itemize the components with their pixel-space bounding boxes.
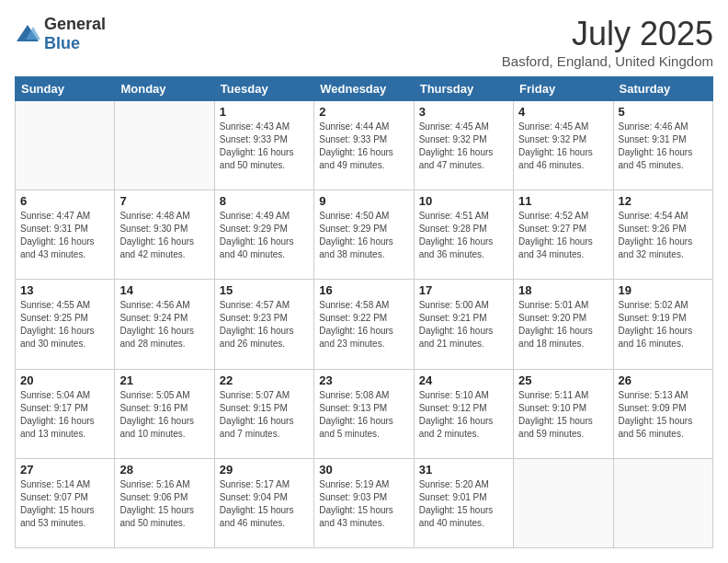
calendar-cell: 4Sunrise: 4:45 AM Sunset: 9:32 PM Daylig… [514,101,613,190]
calendar-cell: 11Sunrise: 4:52 AM Sunset: 9:27 PM Dayli… [514,190,613,280]
cell-info: Sunrise: 5:02 AM Sunset: 9:19 PM Dayligh… [619,299,708,350]
calendar-cell: 12Sunrise: 4:54 AM Sunset: 9:26 PM Dayli… [613,190,712,280]
cell-info: Sunrise: 5:11 AM Sunset: 9:10 PM Dayligh… [518,389,608,441]
cell-info: Sunrise: 5:14 AM Sunset: 9:07 PM Dayligh… [20,478,109,530]
header: General Blue July 2025 Basford, England,… [15,15,713,69]
day-number: 15 [220,283,309,297]
day-number: 31 [419,463,508,477]
logo-general: General [44,15,106,33]
cell-info: Sunrise: 5:10 AM Sunset: 9:12 PM Dayligh… [419,389,508,441]
logo-text: General Blue [44,15,106,53]
logo-blue: Blue [44,34,80,52]
cell-info: Sunrise: 4:51 AM Sunset: 9:28 PM Dayligh… [419,210,508,261]
cell-info: Sunrise: 4:43 AM Sunset: 9:33 PM Dayligh… [220,121,309,172]
calendar-cell: 8Sunrise: 4:49 AM Sunset: 9:29 PM Daylig… [214,190,313,280]
calendar-cell: 24Sunrise: 5:10 AM Sunset: 9:12 PM Dayli… [414,369,513,458]
day-number: 18 [518,283,608,297]
cell-info: Sunrise: 4:58 AM Sunset: 9:22 PM Dayligh… [319,299,408,350]
calendar-cell [514,458,613,547]
calendar-cell: 14Sunrise: 4:56 AM Sunset: 9:24 PM Dayli… [115,280,214,369]
day-number: 28 [119,463,209,477]
cell-info: Sunrise: 5:07 AM Sunset: 9:15 PM Dayligh… [220,389,309,441]
calendar-table: Sunday Monday Tuesday Wednesday Thursday… [15,76,713,548]
day-number: 22 [220,373,309,387]
day-number: 4 [518,105,608,119]
day-number: 21 [119,373,209,387]
day-number: 20 [20,373,109,387]
cell-info: Sunrise: 4:55 AM Sunset: 9:25 PM Dayligh… [20,299,109,350]
cell-info: Sunrise: 4:45 AM Sunset: 9:32 PM Dayligh… [419,121,508,172]
cell-info: Sunrise: 4:56 AM Sunset: 9:24 PM Dayligh… [119,299,209,350]
cell-info: Sunrise: 5:08 AM Sunset: 9:13 PM Dayligh… [319,389,408,441]
day-number: 1 [220,105,309,119]
calendar-cell: 2Sunrise: 4:44 AM Sunset: 9:33 PM Daylig… [314,101,414,190]
cell-info: Sunrise: 4:54 AM Sunset: 9:26 PM Dayligh… [619,210,708,261]
calendar-cell: 1Sunrise: 4:43 AM Sunset: 9:33 PM Daylig… [214,101,313,190]
cell-info: Sunrise: 4:47 AM Sunset: 9:31 PM Dayligh… [20,210,109,261]
calendar-cell: 17Sunrise: 5:00 AM Sunset: 9:21 PM Dayli… [414,280,513,369]
day-number: 10 [419,194,508,208]
calendar-cell: 29Sunrise: 5:17 AM Sunset: 9:04 PM Dayli… [214,458,313,547]
calendar-cell: 16Sunrise: 4:58 AM Sunset: 9:22 PM Dayli… [314,280,414,369]
cell-info: Sunrise: 5:20 AM Sunset: 9:01 PM Dayligh… [419,478,508,530]
day-number: 26 [619,373,708,387]
col-tuesday: Tuesday [214,77,313,101]
calendar-cell: 27Sunrise: 5:14 AM Sunset: 9:07 PM Dayli… [16,458,115,547]
calendar-week-1: 6Sunrise: 4:47 AM Sunset: 9:31 PM Daylig… [16,190,713,280]
calendar-cell [16,101,115,190]
day-number: 30 [319,463,408,477]
calendar-cell: 9Sunrise: 4:50 AM Sunset: 9:29 PM Daylig… [314,190,414,280]
cell-info: Sunrise: 4:48 AM Sunset: 9:30 PM Dayligh… [119,210,209,261]
cell-info: Sunrise: 4:46 AM Sunset: 9:31 PM Dayligh… [619,121,708,172]
day-number: 24 [419,373,508,387]
calendar-cell [613,458,712,547]
day-number: 6 [20,194,109,208]
day-number: 11 [518,194,608,208]
cell-info: Sunrise: 4:49 AM Sunset: 9:29 PM Dayligh… [220,210,309,261]
day-number: 7 [119,194,209,208]
day-number: 3 [419,105,508,119]
col-thursday: Thursday [414,77,513,101]
day-number: 8 [220,194,309,208]
calendar-week-0: 1Sunrise: 4:43 AM Sunset: 9:33 PM Daylig… [16,101,713,190]
cell-info: Sunrise: 5:13 AM Sunset: 9:09 PM Dayligh… [619,389,708,441]
day-number: 12 [619,194,708,208]
calendar-cell: 26Sunrise: 5:13 AM Sunset: 9:09 PM Dayli… [613,369,712,458]
logo: General Blue [15,15,106,53]
calendar-cell: 25Sunrise: 5:11 AM Sunset: 9:10 PM Dayli… [514,369,613,458]
day-number: 29 [220,463,309,477]
calendar-cell: 5Sunrise: 4:46 AM Sunset: 9:31 PM Daylig… [613,101,712,190]
calendar-cell: 31Sunrise: 5:20 AM Sunset: 9:01 PM Dayli… [414,458,513,547]
title-block: July 2025 Basford, England, United Kingd… [502,15,713,69]
col-monday: Monday [115,77,214,101]
cell-info: Sunrise: 5:17 AM Sunset: 9:04 PM Dayligh… [220,478,309,530]
cell-info: Sunrise: 5:04 AM Sunset: 9:17 PM Dayligh… [20,389,109,441]
page: General Blue July 2025 Basford, England,… [0,0,728,563]
calendar-cell: 15Sunrise: 4:57 AM Sunset: 9:23 PM Dayli… [214,280,313,369]
cell-info: Sunrise: 5:16 AM Sunset: 9:06 PM Dayligh… [119,478,209,530]
day-number: 14 [119,283,209,297]
cell-info: Sunrise: 5:00 AM Sunset: 9:21 PM Dayligh… [419,299,508,350]
day-number: 16 [319,283,408,297]
cell-info: Sunrise: 5:19 AM Sunset: 9:03 PM Dayligh… [319,478,408,530]
day-number: 9 [319,194,408,208]
cell-info: Sunrise: 4:45 AM Sunset: 9:32 PM Dayligh… [518,121,608,172]
cell-info: Sunrise: 4:57 AM Sunset: 9:23 PM Dayligh… [220,299,309,350]
col-friday: Friday [514,77,613,101]
calendar-cell: 18Sunrise: 5:01 AM Sunset: 9:20 PM Dayli… [514,280,613,369]
calendar-week-3: 20Sunrise: 5:04 AM Sunset: 9:17 PM Dayli… [16,369,713,458]
cell-info: Sunrise: 4:52 AM Sunset: 9:27 PM Dayligh… [518,210,608,261]
calendar-week-4: 27Sunrise: 5:14 AM Sunset: 9:07 PM Dayli… [16,458,713,547]
col-saturday: Saturday [613,77,712,101]
calendar-cell: 23Sunrise: 5:08 AM Sunset: 9:13 PM Dayli… [314,369,414,458]
day-number: 13 [20,283,109,297]
day-number: 19 [619,283,708,297]
day-number: 5 [619,105,708,119]
col-sunday: Sunday [16,77,115,101]
month-title: July 2025 [502,15,713,53]
day-number: 17 [419,283,508,297]
day-number: 2 [319,105,408,119]
cell-info: Sunrise: 5:05 AM Sunset: 9:16 PM Dayligh… [119,389,209,441]
calendar-cell: 3Sunrise: 4:45 AM Sunset: 9:32 PM Daylig… [414,101,513,190]
cell-info: Sunrise: 4:44 AM Sunset: 9:33 PM Dayligh… [319,121,408,172]
